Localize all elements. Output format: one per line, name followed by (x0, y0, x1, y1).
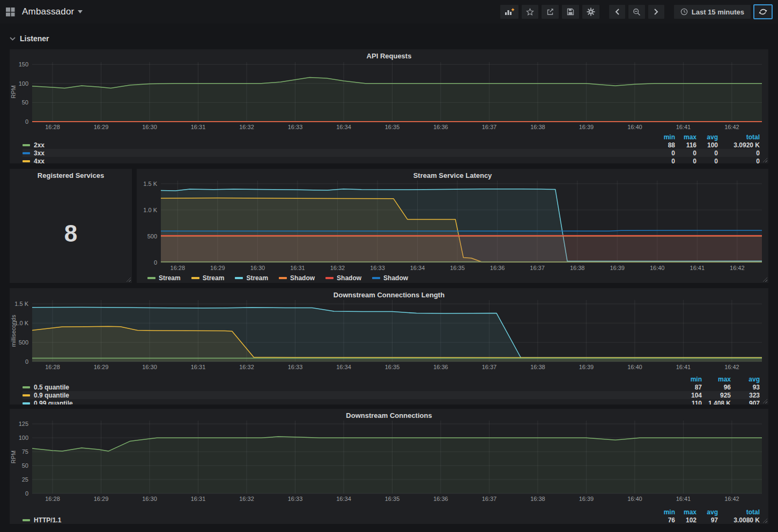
legend-value-max: 96 (702, 384, 731, 391)
legend-value-total: 0 (718, 149, 760, 157)
legend-series-toggle[interactable]: Stream (191, 274, 225, 282)
share-button[interactable] (541, 4, 559, 19)
series-color-dash[interactable] (23, 386, 30, 388)
stream-service-latency-chart[interactable]: 05001.0 K1.5 K16:2816:2916:3016:3116:321… (137, 169, 768, 274)
legend-value-avg: 907 (731, 400, 760, 405)
time-shift-back-button[interactable] (609, 4, 626, 19)
legend-sort-avg[interactable]: avg (697, 508, 718, 516)
svg-text:16:33: 16:33 (288, 124, 303, 130)
resize-handle[interactable] (762, 158, 767, 162)
svg-text:16:35: 16:35 (385, 364, 400, 370)
svg-text:1.5 K: 1.5 K (14, 301, 28, 307)
svg-text:16:40: 16:40 (627, 124, 642, 130)
svg-text:50: 50 (22, 99, 28, 106)
svg-text:500: 500 (147, 233, 157, 239)
svg-text:0: 0 (154, 259, 157, 266)
time-shift-forward-button[interactable] (648, 4, 665, 19)
series-color-dash[interactable] (23, 160, 30, 162)
resize-handle[interactable] (126, 277, 131, 282)
legend-sort-min[interactable]: min (673, 376, 702, 383)
svg-text:125: 125 (19, 421, 28, 427)
svg-text:16:39: 16:39 (610, 265, 625, 271)
legend-series-toggle[interactable]: Stream (235, 274, 268, 282)
legend-sort-min[interactable]: min (654, 133, 675, 141)
legend-sort-max[interactable]: max (675, 133, 697, 141)
legend-sort-max[interactable]: max (675, 508, 697, 516)
legend-series-toggle[interactable]: Shadow (325, 274, 361, 282)
series-color-dash[interactable] (23, 519, 30, 521)
downstream-connections-length-chart[interactable]: 05001.0 K1.5 K16:2816:2916:3016:3116:321… (10, 288, 768, 373)
series-label: Shadow (290, 274, 315, 282)
legend-sort-avg[interactable]: avg (731, 376, 760, 383)
legend-sort-max[interactable]: max (702, 376, 731, 383)
svg-text:16:31: 16:31 (191, 124, 206, 130)
legend-series-toggle[interactable]: 3xx (23, 149, 654, 157)
series-color-dash[interactable] (23, 144, 30, 146)
share-icon (546, 8, 554, 16)
series-color-dash[interactable] (23, 402, 30, 404)
resize-handle[interactable] (762, 518, 767, 523)
dashboard-title-dropdown[interactable]: Ambassador (22, 6, 83, 17)
dashboard-grid-icon[interactable] (5, 7, 16, 17)
series-color-dash[interactable] (23, 152, 30, 154)
panel-title[interactable]: Downstream Connections Length (10, 291, 768, 299)
add-panel-button[interactable] (500, 4, 519, 19)
series-color-dash[interactable] (23, 394, 30, 396)
svg-text:16:28: 16:28 (45, 124, 60, 130)
legend-sort-min[interactable]: min (654, 508, 675, 516)
svg-text:16:42: 16:42 (724, 496, 739, 502)
legend-row-0-9-quantile: 0.9 quantile104925323 (23, 391, 760, 399)
zoom-out-button[interactable] (628, 4, 646, 19)
svg-text:50: 50 (22, 462, 28, 469)
svg-text:16:38: 16:38 (530, 364, 545, 370)
svg-text:16:36: 16:36 (433, 364, 448, 370)
legend-sort-total[interactable]: total (718, 508, 760, 516)
legend-series-toggle[interactable]: 2xx (23, 141, 654, 149)
legend-row-0-99-quantile: 0.99 quantile1101.408 K907 (23, 399, 760, 404)
svg-text:16:39: 16:39 (579, 124, 594, 130)
downstream-connections-chart[interactable]: 025507510012516:2816:2916:3016:3116:3216… (10, 409, 768, 506)
legend-row-http-1-1: HTTP/1.176102973.0080 K (23, 516, 760, 524)
legend-series-toggle[interactable]: 4xx (23, 158, 654, 164)
refresh-icon (759, 8, 767, 16)
svg-text:16:36: 16:36 (433, 124, 448, 130)
legend-value-max: 1.408 K (702, 400, 731, 405)
series-color-dash (235, 277, 243, 279)
chevron-right-icon (654, 8, 659, 16)
api-requests-chart[interactable]: 05010015016:2816:2916:3016:3116:3216:331… (10, 49, 768, 135)
star-button[interactable] (521, 4, 539, 19)
legend-series-toggle[interactable]: Shadow (279, 274, 315, 282)
legend-series-toggle[interactable]: HTTP/1.1 (23, 516, 654, 524)
svg-text:16:33: 16:33 (288, 496, 303, 502)
legend-value-min: 104 (673, 392, 702, 399)
legend-sort-total[interactable]: total (718, 133, 760, 141)
time-range-picker[interactable]: Last 15 minutes (673, 4, 751, 19)
resize-handle[interactable] (762, 277, 767, 282)
svg-text:16:37: 16:37 (482, 496, 497, 502)
legend-series-toggle[interactable]: 0.5 quantile (23, 384, 673, 391)
panel-title[interactable]: Downstream Connections (10, 411, 768, 419)
panel-title[interactable]: API Requests (10, 52, 768, 60)
settings-button[interactable] (582, 4, 600, 19)
svg-text:500: 500 (19, 339, 28, 346)
panel-title[interactable]: Stream Service Latency (137, 171, 768, 179)
svg-text:16:31: 16:31 (191, 364, 206, 370)
legend-series-toggle[interactable]: 0.99 quantile (23, 400, 673, 405)
legend-series-toggle[interactable]: Stream (147, 274, 181, 282)
refresh-button[interactable] (753, 4, 773, 19)
svg-text:100: 100 (19, 434, 28, 441)
resize-handle[interactable] (762, 399, 767, 403)
legend-value-total: 3.0080 K (718, 516, 760, 524)
save-button[interactable] (561, 4, 580, 19)
legend-series-toggle[interactable]: Shadow (372, 274, 408, 282)
row-header-listener[interactable]: Listener (10, 33, 49, 44)
panel-downstream-connections-length: Downstream Connections Length 05001.0 K1… (10, 288, 768, 404)
panel-title[interactable]: Registered Services (10, 171, 132, 179)
legend-series-toggle[interactable]: 0.9 quantile (23, 392, 673, 399)
svg-text:16:32: 16:32 (330, 265, 345, 271)
row-title: Listener (20, 34, 49, 43)
svg-text:16:28: 16:28 (45, 496, 60, 502)
legend-sort-avg[interactable]: avg (697, 133, 718, 141)
svg-text:16:41: 16:41 (676, 364, 691, 370)
svg-text:1.0 K: 1.0 K (143, 207, 157, 213)
